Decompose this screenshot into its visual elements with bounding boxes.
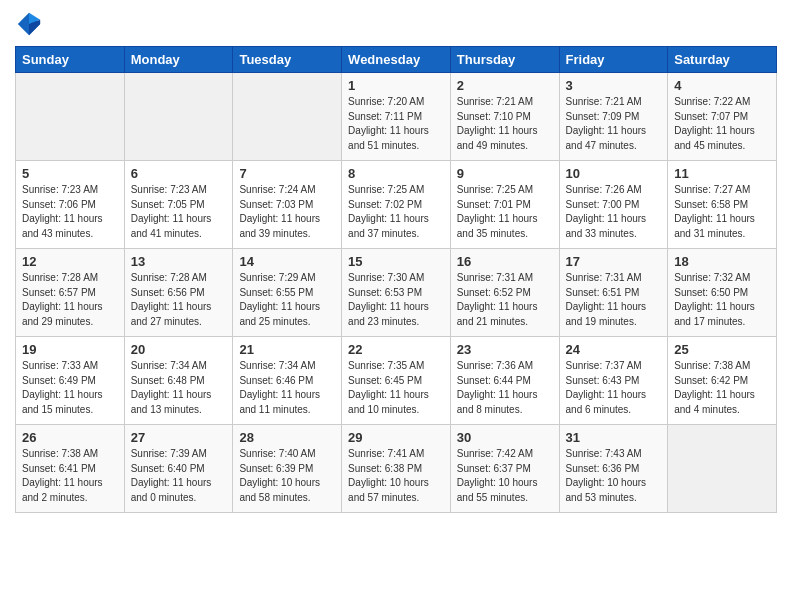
day-number: 2 bbox=[457, 78, 553, 93]
calendar-cell bbox=[233, 73, 342, 161]
day-header-saturday: Saturday bbox=[668, 47, 777, 73]
day-info: Sunrise: 7:33 AM Sunset: 6:49 PM Dayligh… bbox=[22, 359, 118, 417]
day-number: 19 bbox=[22, 342, 118, 357]
week-row-1: 1Sunrise: 7:20 AM Sunset: 7:11 PM Daylig… bbox=[16, 73, 777, 161]
day-info: Sunrise: 7:21 AM Sunset: 7:09 PM Dayligh… bbox=[566, 95, 662, 153]
calendar-cell: 6Sunrise: 7:23 AM Sunset: 7:05 PM Daylig… bbox=[124, 161, 233, 249]
calendar-cell: 9Sunrise: 7:25 AM Sunset: 7:01 PM Daylig… bbox=[450, 161, 559, 249]
calendar-cell: 11Sunrise: 7:27 AM Sunset: 6:58 PM Dayli… bbox=[668, 161, 777, 249]
day-number: 8 bbox=[348, 166, 444, 181]
day-number: 23 bbox=[457, 342, 553, 357]
day-info: Sunrise: 7:25 AM Sunset: 7:02 PM Dayligh… bbox=[348, 183, 444, 241]
day-info: Sunrise: 7:37 AM Sunset: 6:43 PM Dayligh… bbox=[566, 359, 662, 417]
calendar-cell: 5Sunrise: 7:23 AM Sunset: 7:06 PM Daylig… bbox=[16, 161, 125, 249]
calendar-cell: 30Sunrise: 7:42 AM Sunset: 6:37 PM Dayli… bbox=[450, 425, 559, 513]
calendar-cell: 27Sunrise: 7:39 AM Sunset: 6:40 PM Dayli… bbox=[124, 425, 233, 513]
day-number: 31 bbox=[566, 430, 662, 445]
calendar-cell: 17Sunrise: 7:31 AM Sunset: 6:51 PM Dayli… bbox=[559, 249, 668, 337]
day-header-monday: Monday bbox=[124, 47, 233, 73]
day-number: 18 bbox=[674, 254, 770, 269]
day-info: Sunrise: 7:25 AM Sunset: 7:01 PM Dayligh… bbox=[457, 183, 553, 241]
day-info: Sunrise: 7:29 AM Sunset: 6:55 PM Dayligh… bbox=[239, 271, 335, 329]
day-header-tuesday: Tuesday bbox=[233, 47, 342, 73]
calendar-cell: 13Sunrise: 7:28 AM Sunset: 6:56 PM Dayli… bbox=[124, 249, 233, 337]
day-number: 12 bbox=[22, 254, 118, 269]
day-info: Sunrise: 7:35 AM Sunset: 6:45 PM Dayligh… bbox=[348, 359, 444, 417]
week-row-3: 12Sunrise: 7:28 AM Sunset: 6:57 PM Dayli… bbox=[16, 249, 777, 337]
day-info: Sunrise: 7:21 AM Sunset: 7:10 PM Dayligh… bbox=[457, 95, 553, 153]
day-info: Sunrise: 7:22 AM Sunset: 7:07 PM Dayligh… bbox=[674, 95, 770, 153]
day-number: 3 bbox=[566, 78, 662, 93]
day-info: Sunrise: 7:23 AM Sunset: 7:06 PM Dayligh… bbox=[22, 183, 118, 241]
calendar-cell: 2Sunrise: 7:21 AM Sunset: 7:10 PM Daylig… bbox=[450, 73, 559, 161]
calendar-cell: 23Sunrise: 7:36 AM Sunset: 6:44 PM Dayli… bbox=[450, 337, 559, 425]
day-info: Sunrise: 7:20 AM Sunset: 7:11 PM Dayligh… bbox=[348, 95, 444, 153]
calendar-cell bbox=[668, 425, 777, 513]
day-info: Sunrise: 7:38 AM Sunset: 6:41 PM Dayligh… bbox=[22, 447, 118, 505]
day-info: Sunrise: 7:34 AM Sunset: 6:46 PM Dayligh… bbox=[239, 359, 335, 417]
calendar-cell: 21Sunrise: 7:34 AM Sunset: 6:46 PM Dayli… bbox=[233, 337, 342, 425]
day-number: 9 bbox=[457, 166, 553, 181]
day-info: Sunrise: 7:31 AM Sunset: 6:52 PM Dayligh… bbox=[457, 271, 553, 329]
day-number: 11 bbox=[674, 166, 770, 181]
calendar-cell: 26Sunrise: 7:38 AM Sunset: 6:41 PM Dayli… bbox=[16, 425, 125, 513]
day-info: Sunrise: 7:41 AM Sunset: 6:38 PM Dayligh… bbox=[348, 447, 444, 505]
day-info: Sunrise: 7:40 AM Sunset: 6:39 PM Dayligh… bbox=[239, 447, 335, 505]
day-number: 28 bbox=[239, 430, 335, 445]
day-header-friday: Friday bbox=[559, 47, 668, 73]
calendar-cell: 12Sunrise: 7:28 AM Sunset: 6:57 PM Dayli… bbox=[16, 249, 125, 337]
calendar-cell: 15Sunrise: 7:30 AM Sunset: 6:53 PM Dayli… bbox=[342, 249, 451, 337]
day-number: 6 bbox=[131, 166, 227, 181]
calendar-cell: 22Sunrise: 7:35 AM Sunset: 6:45 PM Dayli… bbox=[342, 337, 451, 425]
calendar-cell: 8Sunrise: 7:25 AM Sunset: 7:02 PM Daylig… bbox=[342, 161, 451, 249]
day-header-sunday: Sunday bbox=[16, 47, 125, 73]
day-number: 15 bbox=[348, 254, 444, 269]
calendar-cell bbox=[124, 73, 233, 161]
calendar-cell: 16Sunrise: 7:31 AM Sunset: 6:52 PM Dayli… bbox=[450, 249, 559, 337]
day-number: 20 bbox=[131, 342, 227, 357]
day-number: 27 bbox=[131, 430, 227, 445]
week-row-4: 19Sunrise: 7:33 AM Sunset: 6:49 PM Dayli… bbox=[16, 337, 777, 425]
day-info: Sunrise: 7:28 AM Sunset: 6:57 PM Dayligh… bbox=[22, 271, 118, 329]
calendar-cell: 4Sunrise: 7:22 AM Sunset: 7:07 PM Daylig… bbox=[668, 73, 777, 161]
day-number: 1 bbox=[348, 78, 444, 93]
day-info: Sunrise: 7:24 AM Sunset: 7:03 PM Dayligh… bbox=[239, 183, 335, 241]
calendar-cell: 25Sunrise: 7:38 AM Sunset: 6:42 PM Dayli… bbox=[668, 337, 777, 425]
calendar-cell: 18Sunrise: 7:32 AM Sunset: 6:50 PM Dayli… bbox=[668, 249, 777, 337]
day-number: 5 bbox=[22, 166, 118, 181]
day-info: Sunrise: 7:43 AM Sunset: 6:36 PM Dayligh… bbox=[566, 447, 662, 505]
calendar-cell: 3Sunrise: 7:21 AM Sunset: 7:09 PM Daylig… bbox=[559, 73, 668, 161]
day-info: Sunrise: 7:30 AM Sunset: 6:53 PM Dayligh… bbox=[348, 271, 444, 329]
calendar-cell: 1Sunrise: 7:20 AM Sunset: 7:11 PM Daylig… bbox=[342, 73, 451, 161]
header-row: SundayMondayTuesdayWednesdayThursdayFrid… bbox=[16, 47, 777, 73]
week-row-5: 26Sunrise: 7:38 AM Sunset: 6:41 PM Dayli… bbox=[16, 425, 777, 513]
calendar-cell: 14Sunrise: 7:29 AM Sunset: 6:55 PM Dayli… bbox=[233, 249, 342, 337]
day-info: Sunrise: 7:36 AM Sunset: 6:44 PM Dayligh… bbox=[457, 359, 553, 417]
day-number: 4 bbox=[674, 78, 770, 93]
page-header bbox=[15, 10, 777, 38]
day-number: 24 bbox=[566, 342, 662, 357]
day-header-thursday: Thursday bbox=[450, 47, 559, 73]
day-info: Sunrise: 7:28 AM Sunset: 6:56 PM Dayligh… bbox=[131, 271, 227, 329]
calendar-cell bbox=[16, 73, 125, 161]
day-info: Sunrise: 7:42 AM Sunset: 6:37 PM Dayligh… bbox=[457, 447, 553, 505]
day-info: Sunrise: 7:39 AM Sunset: 6:40 PM Dayligh… bbox=[131, 447, 227, 505]
day-number: 17 bbox=[566, 254, 662, 269]
day-info: Sunrise: 7:32 AM Sunset: 6:50 PM Dayligh… bbox=[674, 271, 770, 329]
calendar-cell: 31Sunrise: 7:43 AM Sunset: 6:36 PM Dayli… bbox=[559, 425, 668, 513]
logo-icon bbox=[15, 10, 43, 38]
day-info: Sunrise: 7:34 AM Sunset: 6:48 PM Dayligh… bbox=[131, 359, 227, 417]
day-number: 22 bbox=[348, 342, 444, 357]
calendar-cell: 20Sunrise: 7:34 AM Sunset: 6:48 PM Dayli… bbox=[124, 337, 233, 425]
day-number: 25 bbox=[674, 342, 770, 357]
calendar-cell: 24Sunrise: 7:37 AM Sunset: 6:43 PM Dayli… bbox=[559, 337, 668, 425]
day-number: 7 bbox=[239, 166, 335, 181]
day-info: Sunrise: 7:38 AM Sunset: 6:42 PM Dayligh… bbox=[674, 359, 770, 417]
day-number: 29 bbox=[348, 430, 444, 445]
day-number: 14 bbox=[239, 254, 335, 269]
day-info: Sunrise: 7:26 AM Sunset: 7:00 PM Dayligh… bbox=[566, 183, 662, 241]
day-number: 13 bbox=[131, 254, 227, 269]
day-info: Sunrise: 7:27 AM Sunset: 6:58 PM Dayligh… bbox=[674, 183, 770, 241]
day-number: 16 bbox=[457, 254, 553, 269]
day-number: 10 bbox=[566, 166, 662, 181]
